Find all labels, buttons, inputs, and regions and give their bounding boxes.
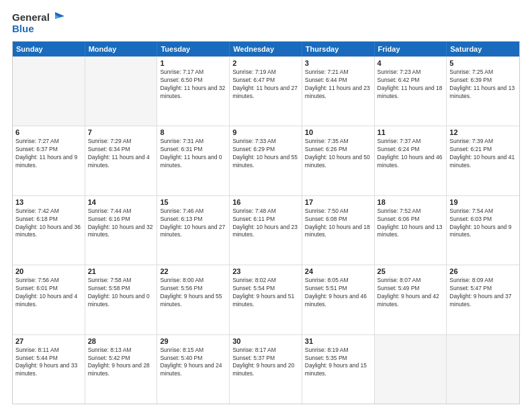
cell-info: Sunrise: 8:00 AMSunset: 5:56 PMDaylight:… [160,277,226,309]
cell-info: Sunrise: 8:05 AMSunset: 5:51 PMDaylight:… [305,277,371,309]
cell-date: 5 [449,59,517,67]
cell-date: 7 [88,128,154,136]
cell-info: Sunrise: 7:48 AMSunset: 6:11 PMDaylight:… [232,208,299,240]
cell-info: Sunrise: 8:11 AMSunset: 5:44 PMDaylight:… [15,347,82,379]
calendar-cell: 24 Sunrise: 8:05 AMSunset: 5:51 PMDaylig… [302,265,375,334]
calendar-cell: 23 Sunrise: 8:02 AMSunset: 5:54 PMDaylig… [230,265,302,334]
cell-date: 18 [378,198,444,206]
cell-date: 4 [378,59,444,67]
cell-info: Sunrise: 8:17 AMSunset: 5:37 PMDaylight:… [232,347,299,379]
cell-info: Sunrise: 7:50 AMSunset: 6:08 PMDaylight:… [305,208,371,240]
cell-date: 11 [378,128,444,136]
calendar-cell: 18 Sunrise: 7:52 AMSunset: 6:06 PMDaylig… [375,196,447,265]
cell-date: 8 [160,128,226,136]
calendar-week-5: 27 Sunrise: 8:11 AMSunset: 5:44 PMDaylig… [13,334,519,404]
cell-date: 19 [449,198,517,206]
header: General Blue [12,12,520,34]
calendar-cell: 21 Sunrise: 7:58 AMSunset: 5:58 PMDaylig… [85,265,158,334]
cell-date: 30 [232,337,299,345]
cell-date: 26 [449,267,517,275]
logo: General Blue [12,12,64,34]
calendar-cell: 1 Sunrise: 7:17 AMSunset: 6:50 PMDayligh… [157,57,230,126]
cell-info: Sunrise: 8:15 AMSunset: 5:40 PMDaylight:… [160,347,226,379]
calendar-cell: 16 Sunrise: 7:48 AMSunset: 6:11 PMDaylig… [230,196,302,265]
cell-date: 3 [305,59,371,67]
calendar-cell: 11 Sunrise: 7:37 AMSunset: 6:24 PMDaylig… [375,126,447,195]
cell-info: Sunrise: 7:44 AMSunset: 6:16 PMDaylight:… [88,208,154,240]
calendar-cell: 28 Sunrise: 8:13 AMSunset: 5:42 PMDaylig… [85,335,158,404]
cell-date: 14 [88,198,154,206]
cell-info: Sunrise: 8:02 AMSunset: 5:54 PMDaylight:… [232,277,299,309]
cell-info: Sunrise: 8:09 AMSunset: 5:47 PMDaylight:… [449,277,517,309]
calendar-cell [447,335,519,404]
cell-date: 27 [15,337,82,345]
cell-date: 6 [15,128,82,136]
page: General Blue SundayMondayTuesdayWednesda… [0,0,532,411]
calendar-week-4: 20 Sunrise: 7:56 AMSunset: 6:01 PMDaylig… [13,265,519,334]
calendar-cell: 3 Sunrise: 7:21 AMSunset: 6:44 PMDayligh… [302,57,375,126]
cell-info: Sunrise: 7:19 AMSunset: 6:47 PMDaylight:… [232,68,299,101]
cell-info: Sunrise: 7:27 AMSunset: 6:37 PMDaylight:… [15,138,82,170]
logo-blue: Blue [12,24,64,35]
calendar-week-3: 13 Sunrise: 7:42 AMSunset: 6:18 PMDaylig… [13,195,519,265]
calendar-day-header: Saturday [447,42,519,56]
calendar-cell: 22 Sunrise: 8:00 AMSunset: 5:56 PMDaylig… [157,265,230,334]
cell-date: 28 [88,337,154,345]
cell-info: Sunrise: 8:13 AMSunset: 5:42 PMDaylight:… [88,347,154,379]
calendar-cell: 30 Sunrise: 8:17 AMSunset: 5:37 PMDaylig… [230,335,302,404]
cell-date: 23 [232,267,299,275]
cell-date: 16 [232,198,299,206]
calendar-day-header: Sunday [13,42,85,56]
cell-date: 24 [305,267,371,275]
calendar-cell: 29 Sunrise: 8:15 AMSunset: 5:40 PMDaylig… [157,335,230,404]
calendar-day-header: Monday [85,42,158,56]
calendar-cell: 2 Sunrise: 7:19 AMSunset: 6:47 PMDayligh… [230,57,302,126]
cell-date: 13 [15,198,82,206]
cell-info: Sunrise: 7:42 AMSunset: 6:18 PMDaylight:… [15,208,82,240]
calendar-week-2: 6 Sunrise: 7:27 AMSunset: 6:37 PMDayligh… [13,126,519,195]
calendar-cell [375,335,447,404]
cell-date: 21 [88,267,154,275]
calendar-cell: 7 Sunrise: 7:29 AMSunset: 6:34 PMDayligh… [85,126,158,195]
cell-date: 2 [232,59,299,67]
calendar-cell: 4 Sunrise: 7:23 AMSunset: 6:42 PMDayligh… [375,57,447,126]
calendar-cell: 20 Sunrise: 7:56 AMSunset: 6:01 PMDaylig… [13,265,85,334]
cell-date: 25 [378,267,444,275]
cell-date: 10 [305,128,371,136]
cell-info: Sunrise: 7:58 AMSunset: 5:58 PMDaylight:… [88,277,154,309]
calendar-body: 1 Sunrise: 7:17 AMSunset: 6:50 PMDayligh… [13,56,519,404]
cell-info: Sunrise: 7:46 AMSunset: 6:13 PMDaylight:… [160,208,226,240]
calendar-cell: 17 Sunrise: 7:50 AMSunset: 6:08 PMDaylig… [302,196,375,265]
cell-info: Sunrise: 7:29 AMSunset: 6:34 PMDaylight:… [88,138,154,170]
cell-info: Sunrise: 8:19 AMSunset: 5:35 PMDaylight:… [305,347,371,379]
cell-info: Sunrise: 7:23 AMSunset: 6:42 PMDaylight:… [378,68,444,101]
calendar-cell: 8 Sunrise: 7:31 AMSunset: 6:31 PMDayligh… [157,126,230,195]
cell-date: 9 [232,128,299,136]
calendar-day-header: Wednesday [230,42,302,56]
cell-info: Sunrise: 7:37 AMSunset: 6:24 PMDaylight:… [378,138,444,170]
calendar-cell: 25 Sunrise: 8:07 AMSunset: 5:49 PMDaylig… [375,265,447,334]
calendar-cell [13,57,85,126]
calendar-cell: 10 Sunrise: 7:35 AMSunset: 6:26 PMDaylig… [302,126,375,195]
cell-info: Sunrise: 7:35 AMSunset: 6:26 PMDaylight:… [305,138,371,170]
cell-date: 31 [305,337,371,345]
calendar-week-1: 1 Sunrise: 7:17 AMSunset: 6:50 PMDayligh… [13,56,519,126]
cell-info: Sunrise: 7:39 AMSunset: 6:21 PMDaylight:… [449,138,517,170]
cell-date: 15 [160,198,226,206]
cell-info: Sunrise: 7:25 AMSunset: 6:39 PMDaylight:… [449,68,517,101]
cell-date: 17 [305,198,371,206]
cell-date: 29 [160,337,226,345]
calendar-cell: 14 Sunrise: 7:44 AMSunset: 6:16 PMDaylig… [85,196,158,265]
cell-date: 22 [160,267,226,275]
calendar-cell: 27 Sunrise: 8:11 AMSunset: 5:44 PMDaylig… [13,335,85,404]
calendar-day-header: Tuesday [157,42,230,56]
cell-date: 1 [160,59,226,67]
calendar-cell: 31 Sunrise: 8:19 AMSunset: 5:35 PMDaylig… [302,335,375,404]
calendar-cell [85,57,158,126]
cell-info: Sunrise: 7:52 AMSunset: 6:06 PMDaylight:… [378,208,444,240]
calendar-cell: 19 Sunrise: 7:54 AMSunset: 6:03 PMDaylig… [447,196,519,265]
cell-info: Sunrise: 8:07 AMSunset: 5:49 PMDaylight:… [378,277,444,309]
cell-info: Sunrise: 7:56 AMSunset: 6:01 PMDaylight:… [15,277,82,309]
calendar-cell: 6 Sunrise: 7:27 AMSunset: 6:37 PMDayligh… [13,126,85,195]
calendar-cell: 26 Sunrise: 8:09 AMSunset: 5:47 PMDaylig… [447,265,519,334]
